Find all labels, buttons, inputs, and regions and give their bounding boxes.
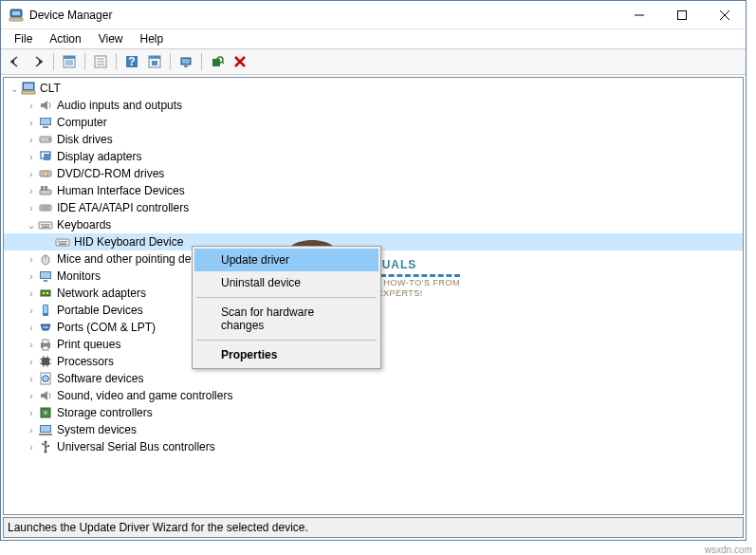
- menubar: File Action View Help: [1, 29, 746, 48]
- disk-icon: [38, 132, 53, 147]
- uninstall-icon: [233, 55, 247, 68]
- chevron-right-icon[interactable]: ›: [25, 323, 38, 333]
- ide-icon: [38, 200, 53, 215]
- tree-label: Portable Devices: [55, 304, 145, 317]
- tree-item-system[interactable]: ›System devices: [4, 421, 743, 438]
- tree-label: Keyboards: [55, 218, 113, 231]
- chevron-right-icon[interactable]: ›: [25, 374, 38, 384]
- sound-icon: [38, 388, 53, 403]
- app-icon: [9, 8, 24, 23]
- menu-action[interactable]: Action: [42, 30, 88, 47]
- scan-hardware-button[interactable]: [207, 51, 228, 72]
- properties-icon: [94, 55, 107, 68]
- chevron-right-icon[interactable]: ›: [25, 442, 38, 453]
- keyboard-icon: [55, 234, 70, 250]
- chevron-right-icon[interactable]: ›: [25, 186, 38, 196]
- back-button[interactable]: [5, 51, 26, 72]
- monitor-icon: [38, 268, 53, 284]
- tree-item-usb[interactable]: ›Universal Serial Bus controllers: [4, 438, 743, 455]
- chevron-right-icon[interactable]: ›: [25, 391, 38, 401]
- update-driver-button[interactable]: [175, 51, 196, 72]
- svg-rect-96: [47, 445, 49, 447]
- toolbar: ?: [1, 48, 746, 75]
- menu-file[interactable]: File: [7, 30, 40, 47]
- tree-item-sound[interactable]: ›Sound, video and game controllers: [4, 387, 743, 404]
- close-icon: [720, 10, 729, 20]
- toolbar-separator: [201, 53, 202, 70]
- svg-rect-37: [44, 154, 50, 160]
- chevron-right-icon[interactable]: ›: [25, 203, 38, 213]
- chevron-right-icon[interactable]: ›: [25, 271, 38, 282]
- chevron-right-icon[interactable]: ›: [25, 425, 38, 435]
- chevron-right-icon[interactable]: ›: [25, 357, 38, 367]
- svg-point-71: [45, 326, 46, 328]
- svg-rect-59: [59, 244, 66, 246]
- software-icon: [38, 371, 53, 386]
- tree-item-display[interactable]: ›Display adapters: [4, 148, 743, 165]
- menu-help[interactable]: Help: [133, 30, 172, 47]
- chevron-right-icon[interactable]: ›: [25, 408, 38, 418]
- tree-item-ide[interactable]: ›IDE ATA/ATAPI controllers: [4, 199, 743, 216]
- tree-item-computer[interactable]: ›Computer: [4, 114, 743, 131]
- maximize-button[interactable]: [660, 1, 703, 28]
- action-button[interactable]: [144, 51, 165, 72]
- expander-icon[interactable]: ⌄: [8, 83, 21, 94]
- tree-item-storage[interactable]: ›Storage controllers: [4, 404, 743, 421]
- uninstall-button[interactable]: [230, 51, 250, 72]
- tree-label: Audio inputs and outputs: [55, 99, 184, 112]
- chevron-right-icon[interactable]: ›: [25, 305, 38, 316]
- forward-button[interactable]: [28, 51, 48, 72]
- svg-rect-22: [182, 59, 190, 64]
- svg-rect-58: [65, 241, 67, 243]
- tree-item-hid[interactable]: ›Human Interface Devices: [4, 182, 743, 199]
- tree-label: Sound, video and game controllers: [55, 389, 234, 402]
- minimize-button[interactable]: [618, 1, 660, 28]
- chevron-down-icon[interactable]: ⌄: [25, 220, 38, 231]
- svg-rect-23: [184, 65, 188, 67]
- chevron-right-icon[interactable]: ›: [25, 135, 38, 145]
- svg-rect-50: [46, 224, 48, 226]
- svg-rect-49: [45, 224, 46, 226]
- status-text: Launches the Update Driver Wizard for th…: [8, 521, 308, 534]
- ctx-uninstall-device[interactable]: Uninstall device: [194, 271, 378, 294]
- properties-button[interactable]: [90, 51, 111, 72]
- svg-rect-64: [44, 280, 47, 282]
- svg-point-95: [42, 443, 44, 445]
- tree-item-disk[interactable]: ›Disk drives: [4, 131, 743, 148]
- menu-view[interactable]: View: [91, 30, 131, 47]
- tree-item-dvd[interactable]: ›DVD/CD-ROM drives: [4, 165, 743, 182]
- svg-rect-2: [9, 18, 23, 21]
- tree-item-audio[interactable]: ›Audio inputs and outputs: [4, 97, 743, 114]
- toolbar-separator: [170, 53, 171, 70]
- close-button[interactable]: [703, 1, 746, 28]
- tree-root[interactable]: ⌄ CLT: [4, 80, 743, 97]
- svg-rect-65: [41, 290, 50, 296]
- help-button[interactable]: ?: [121, 51, 142, 72]
- chevron-right-icon[interactable]: ›: [25, 340, 38, 350]
- tree-label: Network adapters: [55, 287, 148, 300]
- tree-label: Print queues: [55, 338, 122, 351]
- chevron-right-icon[interactable]: ›: [25, 254, 38, 265]
- chevron-right-icon[interactable]: ›: [25, 101, 38, 111]
- usb-icon: [38, 439, 53, 454]
- chevron-right-icon[interactable]: ›: [25, 169, 38, 179]
- tree-label: Software devices: [55, 372, 145, 385]
- ctx-properties[interactable]: Properties: [194, 343, 378, 366]
- tree-item-software[interactable]: ›Software devices: [4, 370, 743, 387]
- action-icon: [148, 55, 161, 68]
- dvd-icon: [38, 166, 53, 181]
- chevron-right-icon[interactable]: ›: [25, 288, 38, 299]
- svg-rect-63: [41, 272, 50, 278]
- ctx-update-driver[interactable]: Update driver: [194, 249, 378, 271]
- svg-rect-1: [12, 11, 20, 15]
- ctx-scan-hardware[interactable]: Scan for hardware changes: [194, 301, 378, 337]
- scan-hardware-icon: [211, 55, 224, 68]
- tree-label: Universal Serial Bus controllers: [55, 440, 217, 453]
- chevron-right-icon[interactable]: ›: [25, 118, 38, 128]
- toolbar-separator: [53, 53, 54, 70]
- tree-item-keyboards[interactable]: ⌄Keyboards: [4, 216, 743, 233]
- window-controls: [618, 1, 746, 28]
- show-hidden-button[interactable]: [59, 51, 80, 72]
- device-manager-window: Device Manager File Action View Help ?: [0, 0, 747, 541]
- chevron-right-icon[interactable]: ›: [25, 152, 38, 162]
